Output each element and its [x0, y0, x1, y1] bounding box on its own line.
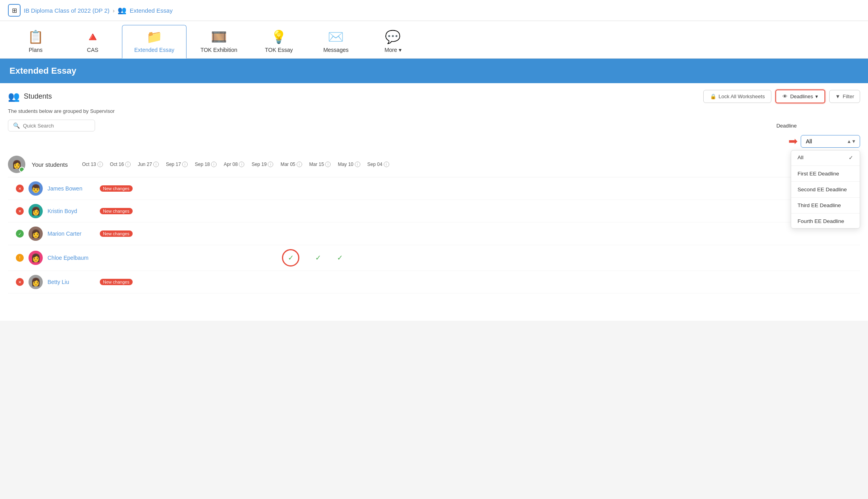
- supervisor-avatar-emoji: 👩: [8, 156, 25, 173]
- dropdown-divider-2: [791, 181, 860, 182]
- dropdown-item-second-ee[interactable]: Second EE Deadline: [791, 183, 860, 196]
- tab-messages-label: Messages: [323, 47, 348, 53]
- breadcrumb-parent[interactable]: IB Diploma Class of 2022 (DP 2): [24, 7, 109, 14]
- info-icon-mar15: i: [325, 162, 331, 167]
- chevron-down-icon: ▾: [815, 93, 818, 99]
- page-header: Extended Essay: [0, 59, 868, 83]
- student-name-chloe[interactable]: Chloe Epelbaum: [48, 255, 95, 261]
- new-changes-badge-kristin: New changes: [100, 208, 133, 214]
- tab-plans[interactable]: 📋 Plans: [8, 25, 63, 58]
- table-row: ✕ 👩 Betty Liu New changes: [8, 271, 860, 293]
- tab-cas[interactable]: 🔺 CAS: [65, 25, 120, 58]
- table-row: ✕ 👩 Kristin Boyd New changes: [8, 200, 860, 223]
- dropdown-item-first-ee[interactable]: First EE Deadline: [791, 167, 860, 181]
- dropdown-item-all[interactable]: All ✓: [791, 150, 860, 165]
- deadline-row: ➡ All First EE Deadline Second EE Deadli…: [8, 135, 860, 148]
- extended-essay-icon: 📁: [147, 29, 162, 44]
- student-name-marion[interactable]: Marion Carter: [48, 230, 95, 237]
- student-name-betty[interactable]: Betty Liu: [48, 279, 95, 285]
- student-avatar-chloe: 👩: [29, 251, 43, 265]
- info-icon-sep04: i: [384, 162, 389, 167]
- table-row: ✕ 👦 James Bowen New changes: [8, 177, 860, 200]
- cas-icon: 🔺: [85, 29, 101, 44]
- filter-button-label: Filter: [843, 93, 854, 99]
- student-avatar-james: 👦: [29, 181, 43, 196]
- info-icon-oct16: i: [125, 162, 131, 167]
- dropdown-divider-3: [791, 197, 860, 198]
- filter-icon: ▼: [835, 93, 840, 99]
- student-status-kristin: ✕: [16, 207, 24, 215]
- info-icon-mar05: i: [297, 162, 302, 167]
- tab-messages[interactable]: ✉️ Messages: [308, 25, 364, 58]
- tab-tok-exhibition[interactable]: 🎞️ TOK Exhibition: [188, 25, 249, 58]
- dropdown-item-third-ee[interactable]: Third EE Deadline: [791, 198, 860, 212]
- dropdown-divider-4: [791, 213, 860, 213]
- checkmark-chloe-3: ✓: [337, 253, 343, 262]
- search-input[interactable]: [23, 123, 90, 129]
- breadcrumb-current: Extended Essay: [129, 7, 172, 14]
- dropdown-all-label: All: [798, 154, 803, 160]
- dropdown-third-ee-label: Third EE Deadline: [798, 202, 841, 208]
- deadline-column-label: Deadline: [777, 123, 860, 129]
- breadcrumb-bar: ⊞ IB Diploma Class of 2022 (DP 2) › 👥 Ex…: [0, 0, 868, 21]
- info-icon-sep19: i: [268, 162, 273, 167]
- tab-extended-essay-label: Extended Essay: [134, 47, 174, 53]
- dropdown-item-fourth-ee[interactable]: Fourth EE Deadline: [791, 214, 860, 228]
- student-avatar-betty: 👩: [29, 275, 43, 289]
- supervisor-row: 👩 Your students Oct 13 i Oct 16 i Jun 27…: [8, 152, 860, 177]
- student-status-betty: ✕: [16, 278, 24, 286]
- dropdown-second-ee-label: Second EE Deadline: [798, 187, 847, 192]
- tab-extended-essay[interactable]: 📁 Extended Essay: [122, 25, 187, 59]
- new-changes-badge-marion: New changes: [100, 230, 133, 237]
- tab-tok-essay[interactable]: 💡 TOK Essay: [251, 25, 306, 58]
- student-name-kristin[interactable]: Kristin Boyd: [48, 208, 95, 214]
- date-jun27: Jun 27 i: [138, 162, 159, 167]
- header-actions: 🔒 Lock All Worksheets 👁 Deadlines ▾ ▼ Fi…: [703, 90, 860, 103]
- student-status-marion: ✓: [16, 230, 24, 238]
- plans-icon: 📋: [28, 29, 44, 44]
- date-apr08: Apr 08 i: [224, 162, 244, 167]
- checkmark-icon: ✓: [849, 154, 853, 161]
- deadline-select[interactable]: All First EE Deadline Second EE Deadline…: [801, 135, 860, 148]
- info-icon-oct13: i: [97, 162, 103, 167]
- tab-navigation: 📋 Plans 🔺 CAS 📁 Extended Essay 🎞️ TOK Ex…: [0, 21, 868, 59]
- dropdown-first-ee-label: First EE Deadline: [798, 171, 839, 177]
- checkmark-highlighted: ✓: [288, 253, 294, 262]
- filter-button[interactable]: ▼ Filter: [829, 90, 860, 103]
- deadline-select-wrapper: All First EE Deadline Second EE Deadline…: [801, 135, 860, 148]
- red-arrow-icon: ➡: [788, 135, 798, 148]
- tab-plans-label: Plans: [29, 47, 42, 53]
- grouped-by-text: The students below are grouped by Superv…: [8, 108, 860, 114]
- breadcrumb-separator: ›: [112, 7, 114, 14]
- info-icon-sep17: i: [182, 162, 188, 167]
- home-icon[interactable]: ⊞: [8, 4, 21, 17]
- breadcrumb-current-icon: 👥: [118, 6, 126, 15]
- info-icon-jun27: i: [153, 162, 159, 167]
- more-icon: 💬: [385, 29, 401, 44]
- page-title: Extended Essay: [10, 66, 858, 76]
- dropdown-divider-1: [791, 166, 860, 166]
- tab-tok-essay-label: TOK Essay: [265, 47, 293, 53]
- info-icon-may10: i: [355, 162, 360, 167]
- date-sep18: Sep 18 i: [195, 162, 217, 167]
- tab-more[interactable]: 💬 More ▾: [365, 25, 421, 58]
- messages-icon: ✉️: [328, 29, 344, 44]
- student-name-james[interactable]: James Bowen: [48, 185, 95, 192]
- table-row: ! 👩 Chloe Epelbaum ✓ ✓ ✓: [8, 245, 860, 271]
- tab-more-label: More ▾: [385, 47, 402, 53]
- dropdown-fourth-ee-label: Fourth EE Deadline: [798, 218, 844, 224]
- search-box[interactable]: 🔍: [8, 120, 95, 131]
- tab-tok-exhibition-label: TOK Exhibition: [200, 47, 237, 53]
- tok-exhibition-icon: 🎞️: [211, 29, 227, 44]
- supervisor-name: Your students: [32, 161, 68, 168]
- deadline-dropdown-menu: All ✓ First EE Deadline Second EE Deadli…: [791, 150, 860, 229]
- students-title: 👥 Students: [8, 91, 52, 102]
- date-mar05: Mar 05 i: [280, 162, 302, 167]
- deadlines-button-label: Deadlines: [790, 93, 813, 99]
- checkmark-chloe-2: ✓: [315, 253, 321, 262]
- date-mar15: Mar 15 i: [309, 162, 331, 167]
- lock-all-worksheets-button[interactable]: 🔒 Lock All Worksheets: [703, 90, 772, 103]
- new-changes-badge-james: New changes: [100, 185, 133, 192]
- students-header: 👥 Students 🔒 Lock All Worksheets 👁 Deadl…: [8, 90, 860, 103]
- deadlines-button[interactable]: 👁 Deadlines ▾: [775, 90, 825, 103]
